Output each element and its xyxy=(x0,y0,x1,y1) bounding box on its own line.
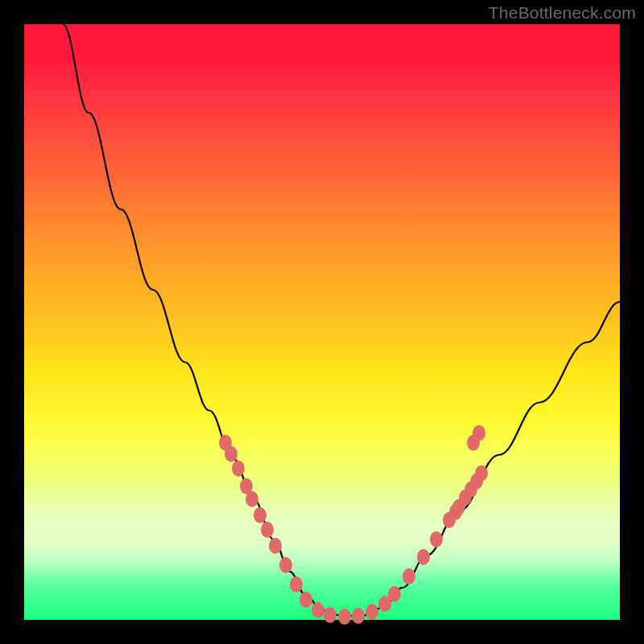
watermark-text: TheBottleneck.com xyxy=(489,3,636,23)
chart-frame: TheBottleneck.com xyxy=(0,0,644,644)
plot-gradient-background xyxy=(24,24,620,620)
